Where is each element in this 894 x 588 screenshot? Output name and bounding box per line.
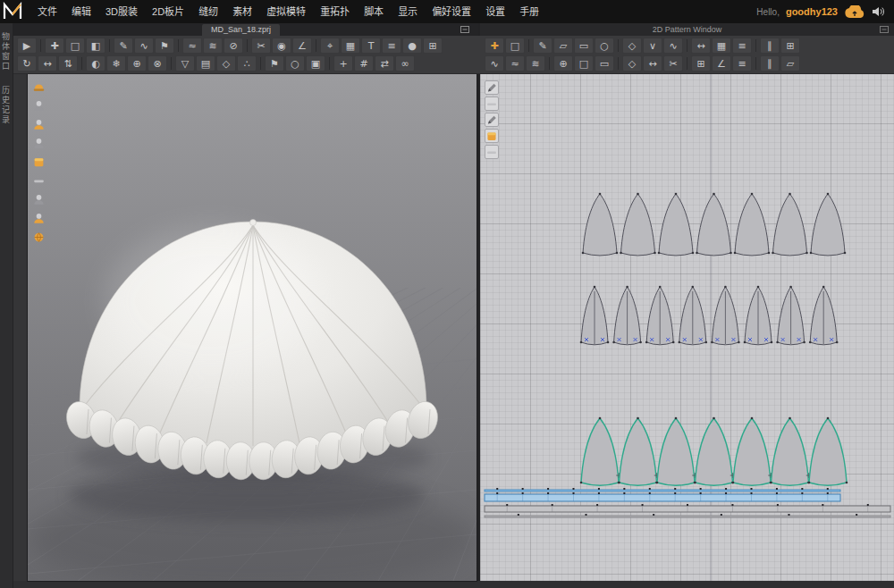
quilt-grid-icon[interactable]: ⊞: [691, 55, 711, 71]
fabric-swatch-icon[interactable]: [485, 129, 499, 143]
align-icon[interactable]: ≡: [732, 55, 752, 71]
pattern-piece[interactable]: [659, 194, 693, 256]
polygon-pattern-icon[interactable]: ▱: [553, 38, 573, 54]
menu-item-3[interactable]: 2D板片: [145, 0, 191, 23]
pin-garment-icon[interactable]: ⚑: [265, 55, 284, 71]
pattern-piece[interactable]: [657, 418, 695, 485]
column-view-icon[interactable]: ∥: [760, 38, 780, 54]
menu-item-10[interactable]: 偏好设置: [425, 0, 478, 23]
measure-icon[interactable]: ⌖: [320, 38, 340, 54]
pattern-strip[interactable]: [485, 490, 840, 491]
pin-icon[interactable]: ⚑: [155, 38, 174, 54]
menu-item-2[interactable]: 3D服装: [98, 0, 145, 23]
grid-2d-icon[interactable]: ⊞: [780, 38, 800, 54]
speaker-icon[interactable]: [872, 6, 885, 17]
edit-seam-icon[interactable]: ∿: [663, 38, 683, 54]
rail-tab-history[interactable]: 历史记录: [1, 86, 12, 125]
fold-arrangement-icon[interactable]: ∠: [292, 38, 312, 54]
edit-curvature-icon[interactable]: ∿: [134, 38, 154, 54]
transform-pattern-2d-icon[interactable]: ✚: [485, 38, 504, 54]
environment-globe-icon[interactable]: [30, 229, 46, 245]
project-tab[interactable]: MD_San_18.zprj: [202, 24, 280, 36]
username-label[interactable]: goodhy123: [786, 6, 838, 17]
move-vertical-icon[interactable]: ⇅: [58, 55, 78, 71]
3d-viewport[interactable]: [28, 73, 477, 581]
draw-tool-icon[interactable]: [485, 113, 499, 127]
pattern-piece[interactable]: [620, 418, 657, 485]
pattern-piece[interactable]: [621, 194, 655, 256]
note-tool-icon[interactable]: [485, 145, 499, 159]
mirror-icon[interactable]: ⇄: [375, 55, 394, 71]
pattern-piece[interactable]: [696, 418, 733, 485]
ruler-tool-icon[interactable]: [485, 97, 499, 111]
sync-icon[interactable]: ∞: [395, 55, 415, 71]
particle-distance-icon[interactable]: ∴: [237, 55, 257, 71]
3d-garment-canvas[interactable]: [28, 73, 477, 581]
menu-item-1[interactable]: 编辑: [64, 0, 98, 23]
circle-pattern-icon[interactable]: ○: [595, 38, 614, 54]
pattern-piece[interactable]: [581, 418, 619, 485]
garment-library-icon[interactable]: [30, 154, 46, 170]
tack-icon[interactable]: ◉: [272, 38, 291, 54]
deactivate-icon[interactable]: ⊗: [148, 55, 167, 71]
segment-sewing-icon[interactable]: ≈: [182, 38, 202, 54]
2d-pattern-panel[interactable]: [480, 73, 894, 581]
band-icon[interactable]: ▭: [595, 55, 614, 71]
avatar-head-icon[interactable]: [30, 97, 46, 113]
pattern-piece[interactable]: [697, 194, 731, 256]
add-point-icon[interactable]: ✎: [533, 38, 552, 54]
cut-2d-icon[interactable]: ✂: [663, 55, 683, 71]
select-move-icon[interactable]: ✚: [45, 38, 64, 54]
pattern-piece[interactable]: [735, 194, 769, 256]
free-sewing-2d-icon[interactable]: ≋: [526, 55, 545, 71]
pattern-piece[interactable]: [772, 418, 809, 485]
grid-toggle-icon[interactable]: ⊞: [423, 38, 443, 54]
menu-item-4[interactable]: 缝纫: [191, 0, 225, 23]
box-select-icon[interactable]: □: [574, 55, 594, 71]
popout-3d-icon[interactable]: [460, 26, 469, 33]
freeze-icon[interactable]: ❄: [106, 55, 126, 71]
free-sewing-icon[interactable]: ≋: [203, 38, 223, 54]
rectangle-pattern-icon[interactable]: ▭: [574, 38, 594, 54]
notch-icon[interactable]: ∨: [643, 38, 662, 54]
flatten-icon[interactable]: ▽: [175, 55, 195, 71]
reinforce-icon[interactable]: ⊕: [553, 55, 573, 71]
pattern-piece[interactable]: [583, 194, 617, 256]
segment-sewing-2d-icon[interactable]: ≈: [505, 55, 525, 71]
text-tool-icon[interactable]: T: [361, 38, 381, 54]
strengthen-icon[interactable]: ⊕: [127, 55, 147, 71]
edit-pattern-2d-icon[interactable]: □: [505, 38, 525, 54]
gizmo-icon[interactable]: +: [333, 55, 353, 71]
pattern-piece[interactable]: [733, 418, 771, 485]
avatar-helmet-icon[interactable]: [30, 79, 46, 95]
menu-item-5[interactable]: 素材: [225, 0, 259, 23]
menu-item-9[interactable]: 显示: [391, 0, 425, 23]
cloud-sync-icon[interactable]: [844, 5, 865, 19]
edit-pattern-icon[interactable]: ✎: [114, 38, 133, 54]
menu-item-0[interactable]: 文件: [30, 0, 64, 23]
avatar-size-icon[interactable]: [30, 191, 46, 207]
move-horizontal-icon[interactable]: ↔: [38, 55, 57, 71]
pattern-strip[interactable]: [485, 516, 890, 517]
texture-editor-icon[interactable]: ▦: [341, 38, 360, 54]
flatten-view-icon[interactable]: [30, 172, 46, 189]
button-icon[interactable]: ●: [402, 38, 422, 54]
2d-pattern-canvas[interactable]: [480, 73, 894, 581]
avatar-display-icon[interactable]: [30, 210, 46, 226]
snap-icon[interactable]: #: [354, 55, 374, 71]
menu-item-8[interactable]: 脚本: [357, 0, 391, 23]
edit-tool-icon[interactable]: [485, 80, 499, 95]
simulate-icon[interactable]: ▶: [17, 38, 37, 54]
texture-2d-icon[interactable]: ▦: [712, 38, 731, 54]
arrangement-points-icon[interactable]: ▣: [306, 55, 325, 71]
menu-item-6[interactable]: 虚拟模特: [259, 0, 313, 23]
avatar-hair-icon[interactable]: [30, 116, 46, 132]
pattern-piece[interactable]: [809, 418, 847, 485]
select-box-icon[interactable]: □: [65, 38, 85, 54]
skew-icon[interactable]: ▱: [780, 55, 800, 71]
dart-icon[interactable]: ◇: [622, 38, 642, 54]
reset-arrangement-icon[interactable]: ↻: [17, 55, 37, 71]
columns-icon[interactable]: ∥: [760, 55, 780, 71]
popout-2d-icon[interactable]: [880, 26, 889, 33]
angle-tool-icon[interactable]: ∠: [712, 55, 731, 71]
